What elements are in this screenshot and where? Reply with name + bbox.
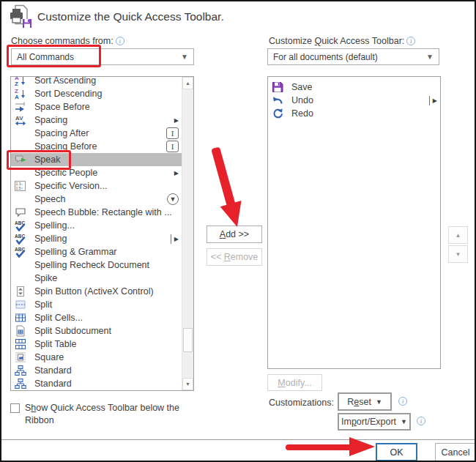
customize-qat-value: For all documents (default)	[273, 52, 378, 62]
sort-descending-icon: ZA	[13, 88, 28, 100]
list-item[interactable]: ABC Spelling...	[11, 219, 182, 232]
list-item[interactable]: Spacing Before I	[11, 140, 182, 153]
split-subdocument-icon	[13, 325, 28, 337]
list-item[interactable]: AZ Sort Ascending	[11, 76, 182, 87]
chevron-down-icon: ▼	[426, 53, 434, 61]
spacing-icon: AV	[13, 114, 28, 126]
modify-button[interactable]: Modify...	[267, 374, 322, 391]
spelling-icon: ABC	[13, 220, 28, 231]
list-item[interactable]: Split Cells...	[11, 311, 182, 324]
list-item[interactable]: Spacing After I	[11, 127, 182, 140]
submenu-icon: ▶	[174, 170, 179, 176]
svg-text:AV: AV	[15, 115, 23, 122]
list-item[interactable]: Standard	[11, 377, 182, 390]
footer-separator	[1, 439, 475, 440]
speech-bubble-icon	[13, 206, 28, 218]
speak-icon	[13, 154, 28, 165]
split-table-icon	[13, 338, 28, 350]
reset-button[interactable]: Reset ▼	[338, 392, 392, 411]
list-item[interactable]: AV Spacing ▶	[11, 113, 182, 127]
annotation-arrow-add	[205, 145, 248, 230]
info-icon[interactable]: i	[406, 37, 415, 45]
svg-text:1.5↑: 1.5↑	[16, 186, 23, 190]
ok-button[interactable]: OK	[376, 443, 417, 461]
move-down-button[interactable]: ▼	[448, 245, 468, 263]
commands-list[interactable]: AZ Sort Ascending ZA Sort Descending Spa…	[10, 76, 194, 391]
list-item[interactable]: Speech Bubble: Rectangle with ...	[11, 206, 182, 219]
list-item[interactable]: Split	[11, 298, 182, 311]
import-export-button[interactable]: Import/Export ▼	[338, 413, 411, 431]
spelling-icon: ABC	[13, 246, 28, 258]
scroll-up-button[interactable]: ▲	[182, 77, 193, 89]
list-item[interactable]: Spelling Recheck Document	[11, 258, 182, 272]
list-item[interactable]: Standard	[11, 364, 182, 377]
list-item[interactable]: Spin Button (ActiveX Control)	[11, 285, 182, 298]
spinbox-icon: I	[166, 141, 179, 152]
customize-qat-icon	[9, 4, 32, 28]
undo-icon	[270, 94, 285, 106]
list-item[interactable]: Spike	[11, 272, 182, 285]
show-qat-below-ribbon-label: Show Quick Access Toolbar below the Ribb…	[25, 402, 195, 427]
show-qat-below-ribbon-checkbox[interactable]	[10, 403, 20, 413]
list-item[interactable]: Split Table	[11, 338, 182, 351]
add-button[interactable]: Add >>	[207, 226, 262, 243]
list-item[interactable]: Square	[11, 351, 182, 364]
svg-text:Z: Z	[15, 81, 18, 86]
split-icon	[13, 299, 28, 310]
list-item[interactable]: ABC Spelling ▶	[11, 232, 182, 245]
qat-current-commands-list[interactable]: Save Undo ▶ Redo	[267, 76, 441, 369]
customize-qat-label: Customize Quick Access Toolbar: i	[269, 36, 415, 46]
scrollbar[interactable]: ▲ ▼	[182, 77, 193, 390]
chevron-down-icon: ▼	[401, 418, 407, 425]
list-item[interactable]: ZA Sort Descending	[11, 87, 182, 100]
choose-commands-dropdown[interactable]: All Commands ▼	[11, 48, 194, 65]
info-icon[interactable]: i	[417, 417, 425, 425]
submenu-icon: ▶	[174, 117, 179, 124]
list-item[interactable]: Undo ▶	[268, 94, 440, 107]
redo-icon	[270, 108, 285, 119]
split-cells-icon	[13, 312, 28, 324]
annotation-arrow-ok	[286, 437, 375, 457]
list-item[interactable]: Speech ▼	[11, 193, 182, 206]
choose-commands-value: All Commands	[17, 52, 74, 62]
remove-button[interactable]: << Remove	[207, 248, 262, 266]
scrollbar-thumb[interactable]	[183, 328, 193, 352]
list-item[interactable]: Save	[268, 81, 440, 94]
specific-version-icon: 1.3↓1.5↑	[13, 180, 28, 192]
spinbox-icon: I	[166, 127, 179, 139]
svg-text:A: A	[15, 94, 19, 100]
customize-qat-dropdown[interactable]: For all documents (default) ▼	[267, 48, 439, 65]
list-item[interactable]: Split Subdocument	[11, 324, 182, 338]
info-icon[interactable]: i	[116, 37, 124, 45]
list-item[interactable]: 1.3↓1.5↑ Specific Version...	[11, 179, 182, 193]
page-title: Customize the Quick Access Toolbar.	[37, 10, 224, 23]
space-before-icon	[13, 101, 28, 113]
chevron-down-icon: ▼	[181, 53, 188, 61]
square-icon	[13, 351, 28, 363]
scroll-down-button[interactable]: ▼	[182, 378, 193, 390]
customize-quick-access-toolbar-dialog: Customize the Quick Access Toolbar. Choo…	[0, 0, 476, 462]
chevron-down-icon: ▼	[376, 398, 382, 406]
dropdown-circle-icon: ▼	[167, 193, 179, 205]
list-item[interactable]: Specific People ▶	[11, 166, 182, 179]
choose-commands-label: Choose commands from: i	[11, 36, 124, 46]
list-item[interactable]: Redo	[268, 107, 440, 120]
sort-ascending-icon: AZ	[13, 76, 28, 86]
save-icon	[270, 81, 285, 93]
split-submenu-icon: ▶	[429, 96, 437, 105]
split-submenu-icon: ▶	[171, 234, 179, 244]
move-up-button[interactable]: ▲	[448, 226, 468, 244]
list-item[interactable]: Space Before	[11, 100, 182, 113]
spelling-icon: ABC	[13, 233, 28, 245]
cancel-button[interactable]: Cancel	[435, 443, 476, 461]
list-item[interactable]: ABC Spelling & Grammar	[11, 245, 182, 258]
spin-button-icon	[13, 286, 28, 297]
org-chart-icon	[13, 365, 28, 376]
customizations-label: Customizations:	[269, 398, 334, 408]
info-icon[interactable]: i	[398, 397, 407, 406]
list-item[interactable]: Speak	[11, 153, 182, 166]
org-chart-icon	[13, 378, 28, 390]
